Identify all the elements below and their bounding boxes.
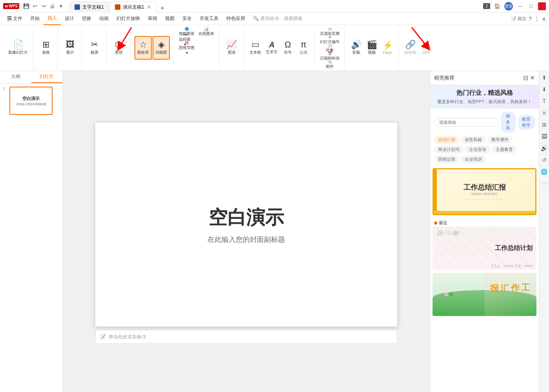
template-card-recent-2[interactable]: 工作汇报 REPORT 🌸🌿 xyxy=(433,273,536,316)
datetime-button[interactable]: 📅 日期和时间 xyxy=(318,52,341,60)
right-icon-image[interactable]: 🖼 xyxy=(540,132,549,141)
tab-design[interactable]: 设计 xyxy=(61,13,78,25)
note-area[interactable]: 📝 单击此处添加备注 xyxy=(95,330,397,344)
tag-courseware[interactable]: 教学课件 xyxy=(487,136,513,144)
right-icon-download[interactable]: ⬇ xyxy=(540,85,549,94)
right-icon-grid[interactable]: ⊞ xyxy=(540,120,549,129)
panel-pin-btn[interactable]: ⊟ xyxy=(523,74,528,82)
iconlib-button[interactable]: ☆ 图标库 xyxy=(135,36,152,60)
slide-subtitle[interactable]: 在此输入您的封面副标题 xyxy=(207,235,285,244)
tag-business-plan[interactable]: 商业计划书 xyxy=(434,145,464,154)
tab-search[interactable]: 🔍 查找命令、搜索模板 xyxy=(249,13,306,25)
panel-tab-slides[interactable]: 幻灯片 xyxy=(31,71,63,83)
tag-enterprise-promo[interactable]: 企业宣传 xyxy=(465,145,490,154)
tab-add-button[interactable]: + xyxy=(157,4,168,13)
tab-ppt[interactable]: 演示文稿1 ✕ xyxy=(110,2,156,13)
tag-creative[interactable]: 创意风格 xyxy=(461,136,486,144)
attach-button[interactable]: 📎 附件 xyxy=(318,60,341,68)
tab-word-label: 文字文稿1 xyxy=(82,4,104,11)
arttext-button[interactable]: A 艺术字 xyxy=(264,36,280,60)
chart-button[interactable]: 📈 图表 xyxy=(224,36,239,60)
user-avatar[interactable]: 雷音 xyxy=(504,2,513,11)
flash-button[interactable]: ⚡ Flash xyxy=(380,36,395,60)
tab-security[interactable]: 安全 xyxy=(178,13,196,25)
tab-devtools[interactable]: 开发工具 xyxy=(196,13,222,25)
group-picture: 🖼 图片 xyxy=(58,27,82,69)
right-icon-upload[interactable]: ⬆ xyxy=(540,73,549,82)
slide-main-title[interactable]: 空白演示 xyxy=(209,205,284,230)
panel-close-btn[interactable]: ✕ xyxy=(530,74,535,82)
right-icon-more[interactable]: ··· xyxy=(540,179,549,188)
tab-ppt-close[interactable]: ✕ xyxy=(147,4,151,10)
right-icon-globe[interactable]: 🌐 xyxy=(540,167,549,176)
right-icon-audio[interactable]: 🔊 xyxy=(540,144,549,152)
collapse-btn[interactable]: ∧ xyxy=(542,16,546,22)
tab-insert[interactable]: 插入 xyxy=(44,13,61,25)
object-button[interactable]: ⬜ 对象 xyxy=(318,44,341,52)
video-button[interactable]: 🎬 视频 xyxy=(364,36,379,60)
tab-special[interactable]: 特色应用 xyxy=(222,13,249,25)
right-icon-lines[interactable]: ≡ xyxy=(540,109,549,117)
shape-label: 形状 xyxy=(115,50,123,55)
group-media: 🔊 音频 🎬 视频 ⚡ Flash xyxy=(345,27,398,69)
screenshot-button[interactable]: ✂ 截屏 xyxy=(87,36,102,60)
minimize-btn[interactable]: ─ xyxy=(516,2,524,10)
tab-slideshow[interactable]: 幻灯片放映 xyxy=(113,13,144,25)
template-card-featured[interactable]: 工作总结汇报 WORK REPORT — — — — — — — — — — — xyxy=(433,168,536,215)
qa-save[interactable]: 💾 xyxy=(22,2,30,10)
ribbon-content-insert: 📄 新建幻灯片 ⊞ 表格 🖼 图片 xyxy=(0,25,549,71)
search-input[interactable] xyxy=(434,118,498,127)
onlinechart-button[interactable]: 📊 在线图表 xyxy=(197,27,216,35)
home-btn[interactable]: 🏠 xyxy=(493,2,501,10)
maximize-btn[interactable]: □ xyxy=(527,2,535,10)
qa-redo[interactable]: ↪ xyxy=(40,2,47,10)
tag-training[interactable]: 企业培训 xyxy=(461,155,486,163)
panel-tab-outline[interactable]: 大纲 xyxy=(0,71,31,83)
tab-view[interactable]: 视图 xyxy=(161,13,178,25)
tab-home[interactable]: 开始 xyxy=(26,13,44,25)
audio-button[interactable]: 🔊 音频 xyxy=(349,36,364,60)
new-slide-button[interactable]: 📄 新建幻灯片 xyxy=(6,36,30,60)
tab-transition[interactable]: 切换 xyxy=(78,13,95,25)
right-icon-text[interactable]: T xyxy=(540,97,549,105)
formula-button[interactable]: π 公式 xyxy=(296,36,311,60)
shape-button[interactable]: ⬡ 形状 xyxy=(111,36,126,60)
tag-marketing[interactable]: 营销运营 xyxy=(434,155,459,163)
title-bar-left: WWPS 💾 ↩ ↪ 🖨 ▾ 文字文稿1 演示文稿1 ✕ + xyxy=(3,0,167,13)
symbol-button[interactable]: Ω 符号 xyxy=(280,36,295,60)
tpl3-meta: REPORT xyxy=(436,310,449,314)
table-button[interactable]: ⊞ 表格 xyxy=(38,36,53,60)
qa-undo[interactable]: ↩ xyxy=(31,2,39,10)
education-btn[interactable]: 教育教学 xyxy=(518,115,535,130)
mindmap-button[interactable]: 🧠 思维导图 ▾ xyxy=(177,44,196,52)
template-image-3: 工作汇报 REPORT 🌸🌿 xyxy=(433,273,536,316)
group-table: ⊞ 表格 xyxy=(34,27,58,69)
comment-btn[interactable]: 📝 批注 xyxy=(511,16,526,22)
funcmap-button[interactable]: ◈ 功能图 xyxy=(153,36,170,60)
more-btn[interactable]: ⋮ xyxy=(534,16,540,22)
template-card-recent-1[interactable]: 工作总结计划 汇入人：XXXXX 汇出：XXXX xyxy=(433,227,536,270)
slide-canvas[interactable]: 空白演示 在此输入您的封面副标题 xyxy=(95,123,397,327)
tab-word[interactable]: 文字文稿1 xyxy=(69,2,109,13)
slide-thumb-1[interactable]: 1 空白演示 在此输入您的封面副标题 xyxy=(3,87,59,115)
tag-summary[interactable]: 总结汇报 xyxy=(434,136,459,144)
hyperlink-button[interactable]: 🔗 超链接 xyxy=(402,36,418,60)
slide-list: 1 空白演示 在此输入您的封面副标题 xyxy=(0,83,62,392)
qa-more[interactable]: ▾ xyxy=(57,2,65,10)
close-btn[interactable]: ✕ xyxy=(538,2,546,10)
headerfoot-button[interactable]: ▭ 页眉和页脚 xyxy=(318,27,341,35)
action-button[interactable]: ▶ 动作 xyxy=(419,36,434,60)
tab-file[interactable]: ☰ 文件 xyxy=(3,13,26,25)
tab-animation[interactable]: 动画 xyxy=(95,13,113,25)
hyperlink-icon: 🔗 xyxy=(405,40,416,49)
right-icon-refresh[interactable]: ↺ xyxy=(540,156,549,164)
canvas-area[interactable]: 空白演示 在此输入您的封面副标题 📝 单击此处添加备注 xyxy=(63,71,430,392)
tab-review[interactable]: 审阅 xyxy=(144,13,161,25)
slidenum-button[interactable]: # 幻灯片编号 xyxy=(318,36,341,44)
business-style-btn[interactable]: 商务风 xyxy=(501,112,516,132)
textbox-button[interactable]: ▭ 文本框 xyxy=(247,36,263,60)
qa-print[interactable]: 🖨 xyxy=(48,2,56,10)
picture-button[interactable]: 🖼 图片 xyxy=(63,36,78,60)
help-btn[interactable]: ? xyxy=(529,16,532,22)
tag-theme-edu[interactable]: 主题教育 xyxy=(492,145,517,154)
